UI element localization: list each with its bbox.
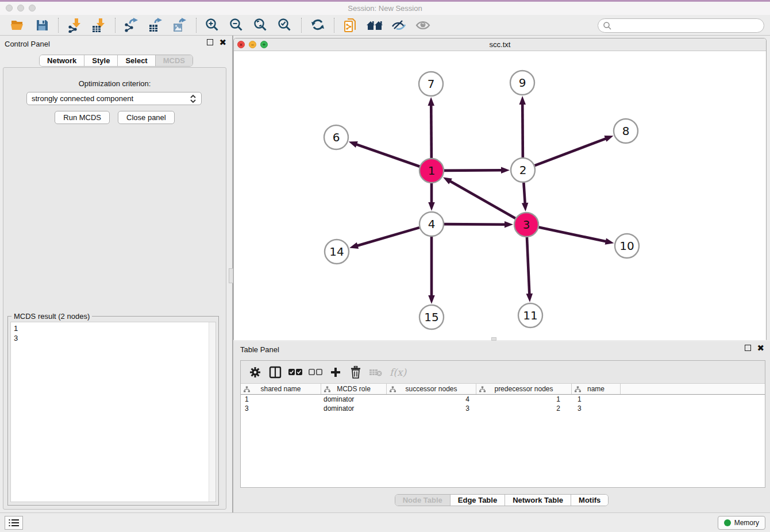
graph-edge-arrowhead [349,141,358,148]
cell[interactable]: 4 [387,395,476,404]
graph-edge-1-2[interactable] [444,170,502,171]
hide-graphics-details-icon[interactable] [390,17,407,33]
cell[interactable]: 1 [476,395,572,404]
tab-edge-table[interactable]: Edge Table [451,495,505,506]
select-all-checkboxes-icon[interactable] [288,365,303,379]
column-header-MCDS-role[interactable]: MCDS role [321,384,387,394]
run-mcds-button[interactable]: Run MCDS [55,111,110,124]
tab-mcds[interactable]: MCDS [156,55,192,66]
apply-layout-icon[interactable] [309,17,326,33]
tab-motifs[interactable]: Motifs [571,495,608,506]
cell[interactable]: dominator [321,395,387,404]
delete-column-icon[interactable] [348,365,363,379]
tab-style[interactable]: Style [84,55,118,66]
close-panel-button[interactable]: Close panel [118,111,175,124]
toolbar-separator [115,18,116,33]
delete-table-disabled-icon [368,365,383,379]
task-history-button[interactable] [5,516,23,530]
float-panel-icon[interactable] [745,345,751,351]
export-table-icon[interactable] [147,17,164,33]
add-column-icon[interactable] [328,365,343,379]
memory-button[interactable]: Memory [718,516,765,530]
export-image-icon[interactable] [171,17,188,33]
app-title: Session: New Session [0,4,770,13]
graph-edge-arrowhead [428,97,434,106]
mcds-result-title: MCDS result (2 nodes) [11,312,92,321]
close-panel-icon[interactable]: ✖ [757,345,764,351]
cell[interactable]: dominator [321,404,387,413]
graph-node-label: 7 [428,77,435,91]
table-panel-tabs: Node TableEdge TableNetwork TableMotifs [395,494,609,506]
graph-edge-2-8[interactable] [535,138,607,165]
column-header-predecessor-nodes[interactable]: predecessor nodes [476,384,572,394]
scrollbar[interactable] [209,322,215,502]
network-splitter-handle[interactable] [491,337,496,341]
tab-node-table[interactable]: Node Table [395,495,451,506]
panel-splitter-handle[interactable] [229,268,233,283]
zoom-in-icon[interactable] [204,17,221,33]
graph-edge-arrowhead [522,203,528,211]
network-documents-icon[interactable] [342,17,359,33]
close-panel-icon[interactable]: ✖ [219,39,226,45]
graph-edge-1-7[interactable] [431,105,432,158]
network-window-titlebar[interactable]: × − + scc.txt [234,38,766,51]
show-graphics-details-icon[interactable] [414,17,432,33]
tab-network-table[interactable]: Network Table [505,495,571,506]
graph-edge-2-3[interactable] [523,183,525,204]
node-table-browser: f(x) shared nameMCDS rolesuccessor nodes… [240,360,765,488]
tab-network[interactable]: Network [40,55,84,66]
function-builder-icon: f(x) [390,367,406,378]
float-panel-icon[interactable] [207,39,213,45]
open-session-icon[interactable] [9,17,26,33]
graph-edge-2-9[interactable] [522,103,523,157]
first-neighbors-icon[interactable] [366,17,383,33]
cell[interactable]: 1 [241,395,321,404]
toolbar-separator [58,18,59,33]
search-input[interactable] [598,18,764,33]
columns-icon[interactable] [268,365,283,379]
criterion-select[interactable]: strongly connected component [26,92,202,105]
mcds-result-textarea[interactable]: 13 [10,322,216,502]
graph-edge-arrowhead [519,96,526,105]
graph-edge-3-10[interactable] [539,228,607,242]
fit-content-icon[interactable] [252,17,270,33]
graph-edge-3-11[interactable] [527,237,529,295]
graph-node-label: 6 [333,130,340,144]
graph-edge-3-1[interactable] [449,181,515,218]
tab-select[interactable]: Select [118,55,155,66]
import-table-icon[interactable] [90,17,107,33]
status-bar: Memory [0,512,770,532]
table-row[interactable]: 1dominator411 [241,395,765,404]
cell[interactable]: 2 [476,404,572,413]
export-network-icon[interactable] [123,17,140,33]
deselect-all-checkboxes-icon[interactable] [308,365,323,379]
network-canvas[interactable]: 7968124314101511 [234,51,766,340]
column-header-name[interactable]: name [572,384,621,394]
graph-edge-arrowhead [501,167,510,173]
cell[interactable]: 3 [241,404,321,413]
memory-label: Memory [734,519,759,527]
cell[interactable]: 3 [572,404,621,413]
task-list-icon [9,519,19,527]
graph-edge-4-14[interactable] [357,228,419,246]
graph-edge-1-6[interactable] [356,144,419,167]
table-row[interactable]: 3dominator323 [241,404,765,413]
graph-edge-arrowhead [505,221,513,228]
graph-node-label: 10 [619,239,634,253]
zoom-out-icon[interactable] [228,17,245,33]
graph-node-label: 14 [329,245,344,259]
column-header-successor-nodes[interactable]: successor nodes [387,384,476,394]
graph-edge-4-3[interactable] [444,224,506,225]
zoom-selected-icon[interactable] [276,17,294,33]
table-panel: Table Panel ✖ [233,341,770,512]
gear-icon[interactable] [248,365,263,379]
table-toolbar: f(x) [241,361,765,384]
graph-node-label: 11 [523,309,537,322]
save-session-icon[interactable] [33,17,51,33]
select-stepper-icon [190,94,197,103]
import-network-icon[interactable] [66,17,83,33]
column-header-shared-name[interactable]: shared name [241,384,321,394]
toolbar-separator [196,18,197,33]
cell[interactable]: 3 [387,404,476,413]
cell[interactable]: 1 [572,395,621,404]
